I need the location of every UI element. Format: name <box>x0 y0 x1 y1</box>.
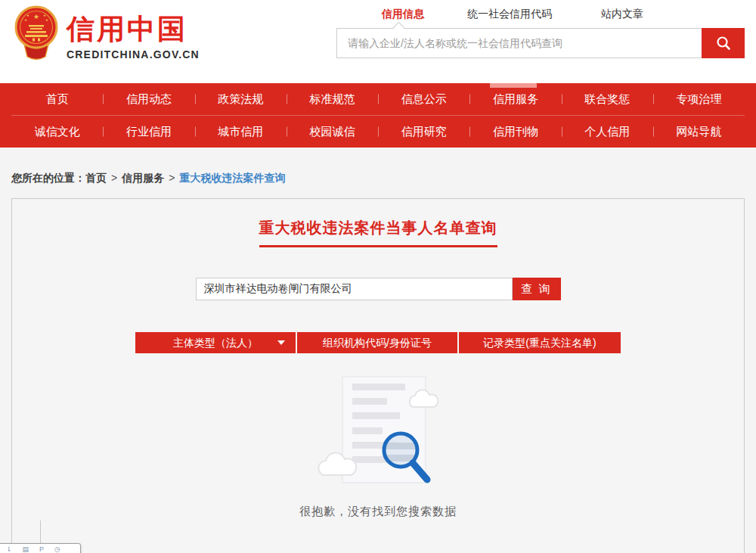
breadcrumb-section[interactable]: 信用服务 <box>122 172 164 184</box>
filter-record-type[interactable]: 记录类型(重点关注名单) <box>459 332 621 353</box>
filter-header-row: 主体类型（法人） 组织机构代码/身份证号 记录类型(重点关注名单) <box>12 332 744 353</box>
filter-subject-type[interactable]: 主体类型（法人） <box>135 332 296 353</box>
nav-item[interactable]: 信用服务 <box>469 83 561 115</box>
toolbar-icon[interactable]: ⇂ <box>6 546 12 553</box>
nav-item[interactable]: 政策法规 <box>195 83 287 115</box>
breadcrumb-home[interactable]: 首页 <box>85 172 107 184</box>
toolbar-icon[interactable]: ▤ <box>23 546 29 553</box>
filter-org-code-label: 组织机构代码/身份证号 <box>323 337 432 349</box>
nav-item[interactable]: 网站导航 <box>653 116 745 148</box>
tab-site-articles[interactable]: 站内文章 <box>601 8 643 21</box>
nav-item[interactable]: 行业信用 <box>103 116 194 148</box>
company-query-input[interactable] <box>196 278 513 300</box>
toolbar-icon[interactable]: ◷ <box>54 546 60 553</box>
nav-item[interactable]: 城市信用 <box>195 116 287 148</box>
magnifier-icon <box>715 35 732 51</box>
nav-item[interactable]: 个人信用 <box>562 116 653 148</box>
nav-item[interactable]: 信用刊物 <box>469 116 561 148</box>
nav-item[interactable]: 校园诚信 <box>287 116 378 148</box>
filter-org-code[interactable]: 组织机构代码/身份证号 <box>297 332 457 353</box>
filter-record-type-label: 记录类型(重点关注名单) <box>483 337 596 349</box>
content-panel: 重大税收违法案件当事人名单查询 查 询 主体类型（法人） 组织机构代码/身份证号… <box>11 198 745 553</box>
header-search-input[interactable] <box>336 28 702 58</box>
site-logo[interactable]: ★ ★ ★ ★ ★ 信用中国 CREDITCHINA.GOV.CN <box>14 5 200 61</box>
svg-text:★: ★ <box>33 13 39 20</box>
filter-subject-type-label: 主体类型（法人） <box>173 337 258 349</box>
breadcrumb-current[interactable]: 重大税收违法案件查询 <box>179 172 285 184</box>
nav-item[interactable]: 信用研究 <box>378 116 469 148</box>
tab-credit-info[interactable]: 信用信息 <box>382 8 424 21</box>
chevron-down-icon <box>277 340 285 345</box>
nav-item[interactable]: 信用动态 <box>103 83 194 115</box>
logo-text: 信用中国 CREDITCHINA.GOV.CN <box>67 5 200 61</box>
site-header: ★ ★ ★ ★ ★ 信用中国 CREDITCHINA.GOV.CN 信用信息 统… <box>0 0 756 83</box>
svg-text:★: ★ <box>43 14 46 17</box>
nav-row-2: 诚信文化行业信用城市信用校园诚信信用研究信用刊物个人信用网站导航 <box>11 115 745 148</box>
nav-item[interactable]: 信息公示 <box>378 83 469 115</box>
nav-row-1: 首页信用动态政策法规标准规范信息公示信用服务联合奖惩专项治理 <box>11 83 745 115</box>
nav-item[interactable]: 标准规范 <box>287 83 378 115</box>
svg-text:★: ★ <box>24 18 27 22</box>
nav-item[interactable]: 首页 <box>11 83 103 115</box>
svg-text:★: ★ <box>45 18 48 22</box>
china-national-emblem-icon: ★ ★ ★ ★ ★ <box>14 5 59 61</box>
empty-state-illustration-icon <box>302 367 454 496</box>
logo-title: 信用中国 <box>67 15 200 43</box>
selection-caret-line <box>40 520 41 543</box>
breadcrumb-separator: > <box>169 172 175 184</box>
query-row: 查 询 <box>12 278 744 300</box>
nav-item[interactable]: 专项治理 <box>653 83 745 115</box>
nav-inner: 首页信用动态政策法规标准规范信息公示信用服务联合奖惩专项治理 诚信文化行业信用城… <box>11 83 745 148</box>
nav-item[interactable]: 诚信文化 <box>11 116 103 148</box>
empty-state-message: 很抱歉，没有找到您搜索数据 <box>12 505 744 519</box>
svg-text:★: ★ <box>26 14 29 17</box>
selection-toolbar-popup: ⇂▤P◷ <box>0 543 81 553</box>
breadcrumb-separator: > <box>111 172 117 184</box>
header-search-button[interactable] <box>702 28 745 58</box>
page-title: 重大税收违法案件当事人名单查询 <box>259 218 497 247</box>
main-nav: 首页信用动态政策法规标准规范信息公示信用服务联合奖惩专项治理 诚信文化行业信用城… <box>0 83 756 148</box>
logo-subtitle: CREDITCHINA.GOV.CN <box>67 48 200 61</box>
query-button[interactable]: 查 询 <box>513 278 561 300</box>
tab-unified-social-credit-code[interactable]: 统一社会信用代码 <box>467 8 552 21</box>
breadcrumb-prefix: 您所在的位置： <box>11 172 85 184</box>
header-search-box <box>336 28 745 58</box>
nav-item[interactable]: 联合奖惩 <box>562 83 653 115</box>
breadcrumb: 您所在的位置：首页>信用服务>重大税收违法案件查询 <box>11 172 285 185</box>
toolbar-icon[interactable]: P <box>39 546 44 553</box>
page: ★ ★ ★ ★ ★ 信用中国 CREDITCHINA.GOV.CN 信用信息 统… <box>0 0 756 553</box>
